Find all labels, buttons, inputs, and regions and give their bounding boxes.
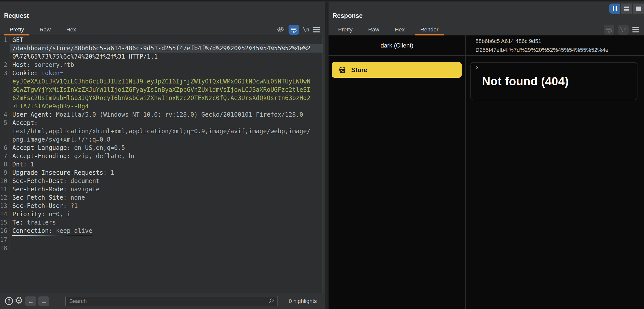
editor-row: 11Sec-Fetch-Mode: navigate: [0, 185, 323, 194]
line-number: 14: [0, 210, 10, 218]
search-input[interactable]: [65, 296, 278, 306]
store-icon: [338, 65, 347, 74]
editor-row: 15Te: trailers: [0, 218, 323, 227]
chevron-right-icon[interactable]: ›: [476, 63, 478, 71]
line-number: 7: [0, 152, 10, 160]
editor-row: eyJ0eXAiOiJKV1QiLCJhbGciOiJIUzI1NiJ9.eyJ…: [0, 77, 323, 86]
menu-icon[interactable]: [313, 27, 320, 32]
line-number: [0, 86, 10, 94]
editor-row: text/html,application/xhtml+xml,applicat…: [0, 127, 323, 136]
newline-icon[interactable]: \n: [303, 26, 310, 33]
panel-splitter[interactable]: [325, 2, 329, 309]
line-number: 4: [0, 111, 10, 119]
line-number: 15: [0, 218, 10, 227]
editor-row: 9Upgrade-Insecure-Requests: 1: [0, 169, 323, 177]
word-wrap-icon: [290, 26, 298, 34]
line-number: 8: [0, 160, 10, 169]
editor-row: 10Sec-Fetch-Dest: document: [0, 177, 323, 185]
line-number: [0, 127, 10, 136]
page-title-line1: 88b6b6c5 A614 486c 9d51: [475, 37, 644, 46]
back-arrow-icon[interactable]: ←: [25, 296, 36, 306]
pause-icon: [613, 6, 614, 11]
tab-request-raw[interactable]: Raw: [34, 24, 56, 35]
editor-row: 16Connection: keep-alive: [0, 227, 323, 236]
response-tabs: Pretty Raw Hex Render: [333, 24, 444, 35]
line-number: [0, 44, 10, 53]
help-icon[interactable]: ?: [5, 297, 13, 305]
request-panel: Request Pretty Raw Hex: [0, 2, 325, 309]
single-pane-button[interactable]: [633, 4, 644, 14]
editor-row: 3Cookie: token=: [0, 69, 323, 77]
rendered-content: › Not found (404): [466, 56, 644, 100]
tab-request-pretty[interactable]: Pretty: [4, 24, 29, 35]
editor-row: 0%72%65%73%75%6c%74%20%2f%2f%31 HTTP/1.1: [0, 53, 323, 61]
line-number: 16: [0, 227, 10, 236]
line-number: 3: [0, 69, 10, 77]
search-icon: [268, 298, 274, 305]
line-number: 1: [0, 36, 10, 44]
line-number: [0, 53, 10, 61]
line-number: [0, 102, 10, 111]
editor-row: 1GET: [0, 36, 323, 44]
request-tabrow: Pretty Raw Hex: [0, 24, 325, 35]
not-found-heading: Not found (404): [482, 74, 569, 88]
rows-layout-button[interactable]: [621, 4, 632, 14]
forward-arrow-icon[interactable]: →: [38, 296, 49, 306]
rendered-user-label: dark (Client): [329, 35, 465, 56]
rendered-sidebar: dark (Client) Store: [329, 35, 466, 309]
line-number: 2: [0, 61, 10, 69]
editor-row: png,image/svg+xml,*/*;q=0.8: [0, 136, 323, 144]
request-search-bar: ? ⚙ ← → 0 highlights: [0, 293, 325, 309]
rendered-main: 88b6b6c5 A614 486c 9d51 D255f47efb4f%7d%…: [466, 35, 644, 309]
response-render-pane: dark (Client) Store: [329, 35, 644, 309]
newline-button-disabled: \n: [618, 25, 629, 35]
window-top-strip: [0, 0, 644, 2]
editor-row: 6ZmFsc2UsIm9ubHlGb3JQYXRocyI6bnVsbCwiZXh…: [0, 94, 323, 102]
editor-row: 7Accept-Encoding: gzip, deflate, br: [0, 152, 323, 160]
word-wrap-button[interactable]: [289, 25, 299, 35]
eye-slash-icon[interactable]: [276, 25, 285, 34]
line-number: [0, 94, 10, 102]
tab-response-raw[interactable]: Raw: [363, 24, 385, 35]
editor-row: 13Sec-Fetch-User: ?1: [0, 202, 323, 210]
request-editor[interactable]: 1GET/dashboard/store/88b6b6c5-a614-486c-…: [0, 35, 323, 293]
store-nav-button[interactable]: Store: [332, 62, 462, 78]
word-wrap-button-disabled: [604, 25, 614, 35]
editor-row: GQwZTgwYjYxMiIsInVzZXJuYW1lIjoiZGFyayIsI…: [0, 86, 323, 94]
line-number: 6: [0, 144, 10, 152]
editor-row: 17: [0, 236, 323, 244]
line-number: [0, 136, 10, 144]
line-number: 18: [0, 244, 10, 252]
rendered-nav: Store: [329, 56, 465, 78]
highlights-count: 0 highlights: [289, 293, 317, 309]
menu-icon[interactable]: [632, 27, 639, 32]
single-pane-icon: [636, 7, 641, 11]
response-title: Response: [333, 12, 363, 19]
editor-row: 14Priority: u=0, i: [0, 210, 323, 218]
tab-response-render[interactable]: Render: [415, 24, 444, 35]
line-number: 17: [0, 236, 10, 244]
word-wrap-icon: [605, 26, 613, 34]
columns-layout-button[interactable]: [609, 4, 620, 14]
request-editor-toolbar: \n: [276, 24, 320, 35]
tab-response-hex[interactable]: Hex: [389, 24, 410, 35]
request-tabs: Pretty Raw Hex: [4, 24, 82, 35]
gear-icon[interactable]: ⚙: [15, 295, 23, 306]
editor-row: 12Sec-Fetch-Site: none: [0, 194, 323, 202]
tab-response-pretty[interactable]: Pretty: [333, 24, 358, 35]
editor-row: 8Dnt: 1: [0, 160, 323, 169]
response-editor-toolbar: \n: [604, 24, 639, 35]
line-number: 12: [0, 194, 10, 202]
line-number: 10: [0, 177, 10, 185]
tab-request-hex[interactable]: Hex: [61, 24, 82, 35]
editor-row: 18: [0, 244, 323, 252]
not-found-card: › Not found (404): [470, 62, 637, 100]
rows-layout-icon: [624, 7, 629, 11]
burp-repeater-view: Request Pretty Raw Hex: [0, 0, 644, 309]
line-number: [0, 77, 10, 86]
request-title: Request: [4, 12, 29, 19]
response-panel: Response Pretty Raw Hex Render: [329, 2, 644, 309]
line-number: 11: [0, 185, 10, 194]
editor-row: 7ETA7tSlAOe9q0Rv--Bg4: [0, 102, 323, 111]
page-title-line2: D255f47efb4f%7d%29%20%52%45%54%55%52%4e: [475, 46, 644, 54]
